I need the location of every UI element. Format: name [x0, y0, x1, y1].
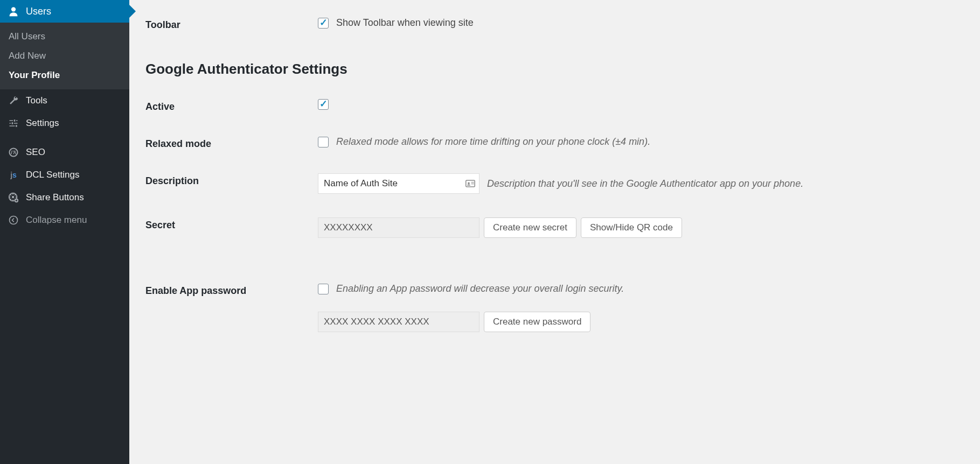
sidebar-sub-add-new[interactable]: Add New: [0, 46, 129, 66]
checkbox-app-password[interactable]: [318, 284, 329, 294]
sidebar-sub-your-profile[interactable]: Your Profile: [0, 66, 129, 85]
user-icon: [8, 5, 19, 17]
sidebar-item-label: DCL Settings: [26, 170, 80, 180]
svg-point-7: [468, 182, 470, 184]
row-app-password: Enable App password Enabling an App pass…: [145, 271, 964, 308]
sidebar-sub-all-users[interactable]: All Users: [0, 27, 129, 46]
row-active: Active: [145, 87, 964, 124]
svg-point-5: [10, 216, 18, 224]
wrench-icon: [8, 95, 19, 107]
label-description: Description: [145, 173, 318, 187]
label-toolbar: Toolbar: [145, 17, 318, 31]
collapse-icon: [8, 214, 19, 226]
share-gear-icon: [8, 192, 19, 203]
button-create-secret[interactable]: Create new secret: [484, 217, 576, 238]
input-description[interactable]: [318, 173, 479, 194]
svg-point-0: [11, 7, 16, 11]
row-description: Description Description that you'll see …: [145, 161, 964, 206]
sidebar-item-label: SEO: [26, 147, 45, 158]
admin-sidebar: Users All Users Add New Your Profile Too…: [0, 0, 129, 464]
label-secret: Secret: [145, 217, 318, 231]
sidebar-submenu: All Users Add New Your Profile: [0, 23, 129, 89]
sidebar-item-settings[interactable]: Settings: [0, 112, 129, 135]
row-app-password-value: Create new password: [145, 308, 964, 344]
svg-rect-9: [471, 184, 474, 184]
sidebar-item-seo[interactable]: SEO: [0, 141, 129, 164]
button-create-password[interactable]: Create new password: [484, 312, 590, 332]
svg-rect-8: [471, 182, 474, 182]
input-app-password: [318, 312, 479, 332]
svg-point-3: [12, 196, 15, 199]
input-secret: [318, 217, 479, 238]
row-relaxed-mode: Relaxed mode Relaxed mode allows for mor…: [145, 124, 964, 161]
sidebar-item-label: Settings: [26, 118, 59, 129]
sidebar-item-share-buttons[interactable]: Share Buttons: [0, 186, 129, 209]
sidebar-item-label: Tools: [26, 95, 47, 106]
svg-point-1: [10, 149, 18, 157]
main-content: Toolbar Show Toolbar when viewing site G…: [129, 0, 980, 464]
js-icon: js: [8, 169, 19, 181]
checkbox-show-toolbar[interactable]: [318, 18, 329, 29]
sidebar-item-dcl-settings[interactable]: js DCL Settings: [0, 164, 129, 186]
section-title-authenticator: Google Authenticator Settings: [145, 61, 964, 78]
checkbox-active[interactable]: [318, 99, 329, 110]
seo-icon: [8, 146, 19, 158]
id-card-icon: [465, 180, 475, 187]
sidebar-item-tools[interactable]: Tools: [0, 89, 129, 112]
label-relaxed: Relaxed mode: [145, 136, 318, 150]
desc-description: Description that you'll see in the Googl…: [487, 178, 803, 189]
sidebar-item-users[interactable]: Users: [0, 0, 129, 23]
sliders-icon: [8, 117, 19, 129]
button-show-hide-qr[interactable]: Show/Hide QR code: [581, 217, 682, 238]
desc-app-password: Enabling an App password will decrease y…: [336, 283, 624, 294]
row-secret: Secret Create new secret Show/Hide QR co…: [145, 206, 964, 250]
label-active: Active: [145, 99, 318, 113]
sidebar-collapse-menu[interactable]: Collapse menu: [0, 209, 129, 231]
desc-relaxed: Relaxed mode allows for more time drifti…: [336, 136, 650, 147]
checkbox-relaxed[interactable]: [318, 137, 329, 147]
sidebar-item-label: Collapse menu: [26, 215, 87, 226]
checkbox-label-toolbar: Show Toolbar when viewing site: [336, 17, 474, 29]
sidebar-item-label: Share Buttons: [26, 192, 84, 203]
label-app-password: Enable App password: [145, 283, 318, 297]
row-toolbar: Toolbar Show Toolbar when viewing site: [145, 5, 964, 43]
sidebar-item-label: Users: [26, 6, 51, 17]
